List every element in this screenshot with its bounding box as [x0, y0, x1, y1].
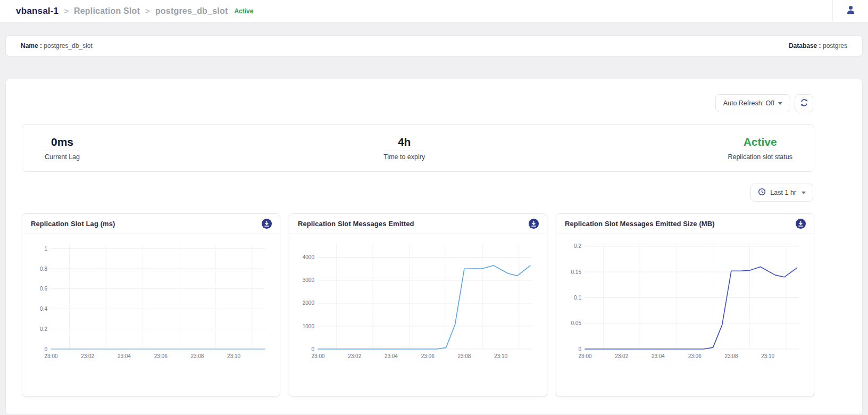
svg-text:0.4: 0.4 [40, 306, 47, 312]
topbar-right [832, 0, 868, 22]
svg-text:0.2: 0.2 [40, 326, 47, 332]
svg-text:23:10: 23:10 [761, 353, 774, 359]
svg-text:23:06: 23:06 [421, 353, 435, 359]
stat-label: Replication slot status [728, 153, 792, 161]
slot-database-field: Database : postgres [789, 42, 847, 49]
caret-down-icon [778, 102, 782, 105]
stat-value: 4h [398, 136, 411, 148]
svg-text:23:00: 23:00 [578, 353, 591, 359]
svg-text:23:04: 23:04 [385, 353, 398, 359]
slot-stats-panel: 0ms Current Lag 4h Time to expiry Active… [22, 124, 814, 172]
stat-divider [741, 151, 779, 151]
line-chart-messages-size[interactable]: 00.050.10.150.223:0023:0223:0423:0623:08… [556, 234, 814, 366]
breadcrumb-slot-name[interactable]: postgres_db_slot [155, 6, 228, 16]
breadcrumb-section[interactable]: Replication Slot [74, 6, 140, 16]
caret-down-icon [802, 192, 806, 194]
user-icon [846, 5, 856, 17]
chart-title: Replication Slot Messages Emitted Size (… [565, 220, 715, 228]
svg-text:23:10: 23:10 [227, 353, 240, 359]
breadcrumb: vbansal-1 > Replication Slot > postgres_… [0, 6, 253, 16]
refresh-button[interactable] [795, 94, 813, 112]
chart-card-lag: Replication Slot Lag (ms) 00.20.40.60.81… [22, 213, 280, 397]
refresh-icon [800, 98, 808, 109]
svg-text:0: 0 [311, 346, 314, 352]
chevron-right-icon: > [145, 6, 150, 15]
svg-text:23:08: 23:08 [190, 353, 204, 359]
stat-current-lag: 0ms Current Lag [44, 136, 81, 161]
svg-text:3000: 3000 [303, 277, 315, 283]
chart-card-messages-size: Replication Slot Messages Emitted Size (… [556, 213, 814, 397]
status-badge: Active [234, 7, 253, 15]
svg-text:0: 0 [578, 346, 581, 352]
download-icon[interactable] [528, 218, 539, 229]
svg-text:23:06: 23:06 [688, 353, 702, 359]
svg-text:0.15: 0.15 [571, 269, 582, 275]
svg-text:0: 0 [44, 346, 47, 352]
svg-text:23:00: 23:00 [311, 353, 324, 359]
auto-refresh-dropdown[interactable]: Auto Refresh: Off [715, 94, 790, 112]
slot-info-bar: Name : postgres_db_slot Database : postg… [5, 35, 863, 56]
download-icon[interactable] [261, 218, 272, 229]
line-chart-lag[interactable]: 00.20.40.60.8123:0023:0223:0423:0623:082… [22, 234, 280, 366]
time-range-label: Last 1 hr [770, 189, 796, 196]
breadcrumb-cluster[interactable]: vbansal-1 [16, 6, 59, 16]
chart-header: Replication Slot Messages Emitted Size (… [556, 214, 814, 234]
chart-card-messages: Replication Slot Messages Emitted 010002… [289, 213, 547, 397]
stat-value: 0ms [51, 136, 73, 148]
slot-name-label: Name : [21, 42, 42, 49]
svg-text:23:02: 23:02 [615, 353, 628, 359]
svg-text:23:00: 23:00 [44, 353, 57, 359]
stat-divider [386, 151, 423, 151]
svg-text:23:04: 23:04 [652, 353, 665, 359]
stat-slot-status: Active Replication slot status [728, 136, 792, 161]
svg-text:2000: 2000 [303, 300, 315, 306]
chevron-right-icon: > [64, 6, 69, 15]
stat-time-to-expiry: 4h Time to expiry [383, 136, 425, 161]
svg-text:23:06: 23:06 [154, 353, 168, 359]
svg-text:0.6: 0.6 [40, 286, 47, 292]
stat-divider [44, 151, 81, 151]
svg-text:23:02: 23:02 [348, 353, 361, 359]
svg-text:1: 1 [44, 246, 47, 252]
user-menu-button[interactable] [833, 5, 868, 17]
monitoring-panel: Auto Refresh: Off 0ms Current Lag 4h Tim… [5, 79, 863, 415]
svg-text:0.05: 0.05 [571, 320, 582, 326]
svg-text:0.8: 0.8 [40, 266, 47, 272]
svg-text:23:10: 23:10 [494, 353, 507, 359]
auto-refresh-label: Auto Refresh: Off [723, 99, 774, 107]
svg-text:23:08: 23:08 [457, 353, 471, 359]
clock-icon [758, 188, 766, 197]
svg-text:4000: 4000 [303, 254, 315, 260]
chart-header: Replication Slot Messages Emitted [289, 214, 547, 234]
svg-text:23:02: 23:02 [81, 353, 94, 359]
top-bar: vbansal-1 > Replication Slot > postgres_… [0, 0, 868, 22]
charts-row: Replication Slot Lag (ms) 00.20.40.60.81… [22, 213, 814, 397]
chart-title: Replication Slot Lag (ms) [31, 220, 115, 228]
chart-title: Replication Slot Messages Emitted [298, 220, 414, 228]
chart-header: Replication Slot Lag (ms) [22, 214, 280, 234]
download-icon[interactable] [795, 218, 806, 229]
time-range-dropdown[interactable]: Last 1 hr [750, 184, 813, 202]
svg-text:1000: 1000 [303, 323, 315, 329]
svg-text:0.1: 0.1 [574, 295, 581, 301]
slot-database-label: Database : [789, 42, 821, 49]
slot-database-value: postgres [823, 42, 847, 49]
slot-name-value: postgres_db_slot [44, 42, 92, 49]
line-chart-messages[interactable]: 0100020003000400023:0023:0223:0423:0623:… [289, 234, 547, 366]
stat-value: Active [744, 136, 777, 148]
stat-label: Time to expiry [383, 153, 425, 161]
stat-label: Current Lag [45, 153, 80, 161]
svg-text:0.2: 0.2 [574, 243, 581, 249]
svg-text:23:04: 23:04 [118, 353, 131, 359]
slot-name-field: Name : postgres_db_slot [21, 42, 93, 49]
svg-text:23:08: 23:08 [724, 353, 738, 359]
